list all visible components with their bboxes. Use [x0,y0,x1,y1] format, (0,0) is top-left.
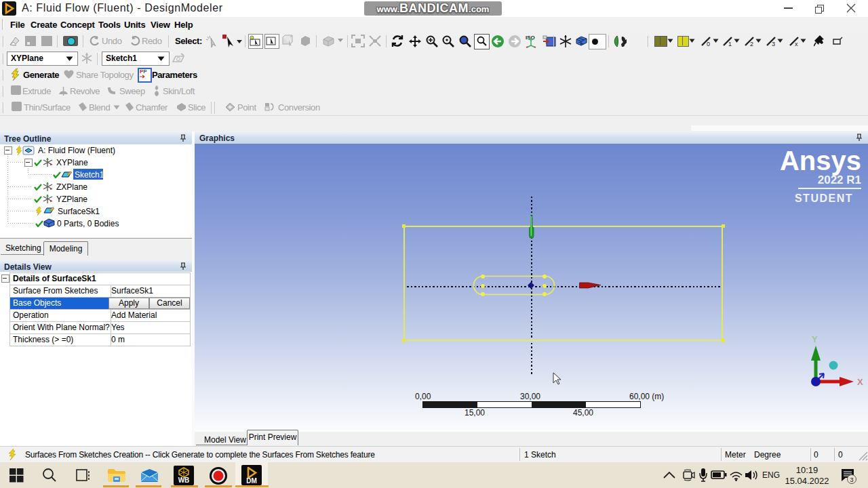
svg-text:Y: Y [812,334,818,344]
svg-text:X: X [857,377,863,387]
svg-text:0: 0 [707,41,710,47]
svg-text:1: 1 [728,41,732,47]
svg-text:3: 3 [850,476,854,483]
svg-text:x: x [795,41,798,47]
svg-text:3: 3 [772,41,775,47]
svg-text:2: 2 [750,41,753,47]
